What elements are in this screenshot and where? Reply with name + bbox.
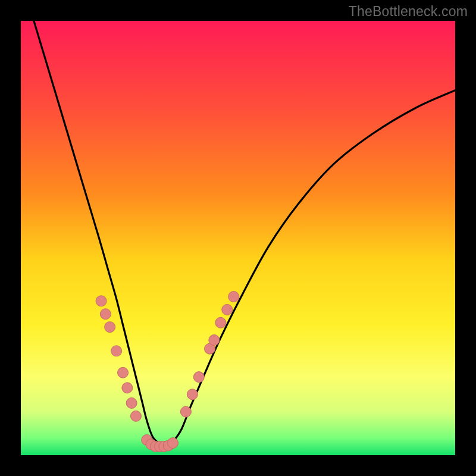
curve-marker bbox=[168, 438, 178, 449]
curve-marker bbox=[193, 372, 204, 383]
curve-marker bbox=[187, 389, 198, 400]
curve-marker bbox=[228, 292, 239, 302]
chart-svg bbox=[21, 21, 455, 455]
curve-marker bbox=[126, 397, 137, 408]
curve-marker bbox=[130, 411, 141, 421]
curve-marker bbox=[105, 322, 115, 333]
chart-frame: TheBottleneck.com bbox=[0, 0, 476, 476]
watermark-text: TheBottleneck.com bbox=[349, 4, 468, 20]
curve-marker bbox=[122, 383, 133, 393]
curve-marker bbox=[100, 309, 111, 320]
curve-marker bbox=[96, 296, 107, 306]
curve-marker bbox=[222, 304, 233, 315]
plot-area bbox=[21, 21, 455, 455]
curve-marker bbox=[118, 367, 129, 378]
gradient-background bbox=[21, 21, 455, 455]
curve-marker bbox=[180, 406, 191, 417]
curve-marker bbox=[215, 317, 226, 328]
curve-marker bbox=[209, 335, 220, 346]
curve-marker bbox=[111, 346, 122, 356]
